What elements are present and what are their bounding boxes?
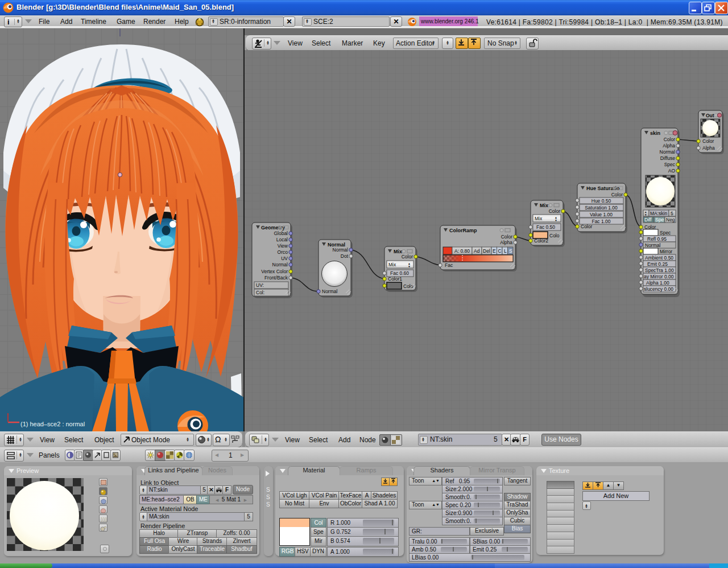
- svg-text:Out: Out: [706, 113, 714, 118]
- svg-text:▼: ▼: [644, 213, 647, 216]
- svg-text:Local: Local: [276, 237, 288, 242]
- svg-text:Color1: Color1: [388, 276, 402, 282]
- svg-text:Color: Color: [549, 208, 560, 214]
- svg-text:Alpha: Alpha: [500, 240, 512, 245]
- svg-text:ColorRamp: ColorRamp: [449, 228, 477, 233]
- svg-text:Value 1.00: Value 1.00: [590, 212, 613, 217]
- svg-text:ay Mirror 0.00: ay Mirror 0.00: [644, 274, 674, 279]
- svg-text:UV: UV: [281, 256, 288, 261]
- svg-text:Normal: Normal: [322, 289, 338, 294]
- svg-text:Normal: Normal: [645, 242, 661, 248]
- svg-text:Spe: Spe: [655, 217, 664, 223]
- svg-text:Mix: Mix: [388, 262, 396, 267]
- svg-text:Normal: Normal: [333, 247, 349, 253]
- svg-text:Color: Color: [702, 138, 714, 144]
- svg-text:Mirror: Mirror: [660, 249, 672, 254]
- svg-text:Emit 0.25: Emit 0.25: [647, 261, 668, 267]
- svg-text:Global: Global: [274, 231, 288, 236]
- svg-text:Refl 0.95: Refl 0.95: [647, 236, 667, 242]
- svg-text:Normal: Normal: [272, 262, 288, 267]
- svg-text:Spec: Spec: [664, 162, 676, 167]
- svg-text:slucency 0.00: slucency 0.00: [644, 286, 673, 292]
- svg-text:Col:: Col:: [256, 290, 264, 295]
- svg-text:Neg: Neg: [666, 217, 675, 223]
- svg-text:▼: ▼: [408, 265, 411, 268]
- svg-text:Color: Color: [611, 192, 623, 197]
- svg-text:Colo: Colo: [549, 233, 560, 238]
- svg-text:Ambient 0.50: Ambient 0.50: [645, 255, 673, 261]
- svg-text:A: 0.80: A: 0.80: [454, 248, 470, 254]
- svg-text:Fac 0.60: Fac 0.60: [390, 270, 409, 276]
- svg-text:▼: ▼: [555, 219, 557, 222]
- svg-text:Orco: Orco: [278, 249, 288, 255]
- svg-text:Front/Back: Front/Back: [264, 275, 288, 281]
- svg-text:MA:skin: MA:skin: [650, 211, 668, 216]
- svg-text:Mix: Mix: [540, 203, 548, 208]
- svg-text:UV:: UV:: [256, 282, 264, 288]
- svg-text:C: C: [498, 248, 502, 254]
- svg-text:S: S: [509, 248, 512, 254]
- svg-text:Fac 1.00: Fac 1.00: [592, 219, 610, 224]
- svg-text:Ad: Ad: [474, 248, 480, 254]
- svg-text:Saturation 1.00: Saturation 1.00: [585, 205, 618, 211]
- svg-text:Mix: Mix: [535, 216, 543, 221]
- svg-text:Del: Del: [483, 248, 490, 254]
- svg-text:Alpha 1.00: Alpha 1.00: [646, 280, 669, 286]
- svg-text:Alpha: Alpha: [702, 145, 715, 151]
- svg-text:Vertex Color: Vertex Color: [261, 269, 288, 274]
- svg-text:Color: Color: [664, 137, 675, 142]
- svg-text:Alpha: Alpha: [663, 143, 675, 149]
- svg-text:Hue 0.50: Hue 0.50: [592, 198, 611, 204]
- svg-text:Color2: Color2: [534, 238, 548, 244]
- svg-text:Fac: Fac: [445, 262, 453, 268]
- svg-text:E: E: [493, 248, 496, 254]
- svg-text:Diffuse: Diffuse: [660, 155, 676, 161]
- svg-text:Diff: Diff: [644, 217, 652, 223]
- svg-text:View: View: [278, 243, 288, 249]
- svg-text:L: L: [504, 248, 507, 254]
- svg-text:Color: Color: [501, 234, 512, 240]
- svg-text:Color: Color: [402, 254, 413, 260]
- svg-text:skin: skin: [650, 130, 660, 136]
- svg-text:Color: Color: [581, 224, 592, 229]
- svg-text:SpecTra 1.00: SpecTra 1.00: [645, 267, 674, 273]
- svg-text:(1) head–sce2 : normal: (1) head–sce2 : normal: [20, 421, 85, 427]
- svg-text:Spec: Spec: [660, 230, 671, 236]
- svg-text:Fac 0.50: Fac 0.50: [536, 224, 555, 230]
- svg-text:Dot: Dot: [341, 253, 349, 259]
- svg-text:5: 5: [671, 211, 673, 216]
- svg-text:AO: AO: [668, 168, 676, 174]
- svg-text:Normal: Normal: [660, 149, 676, 155]
